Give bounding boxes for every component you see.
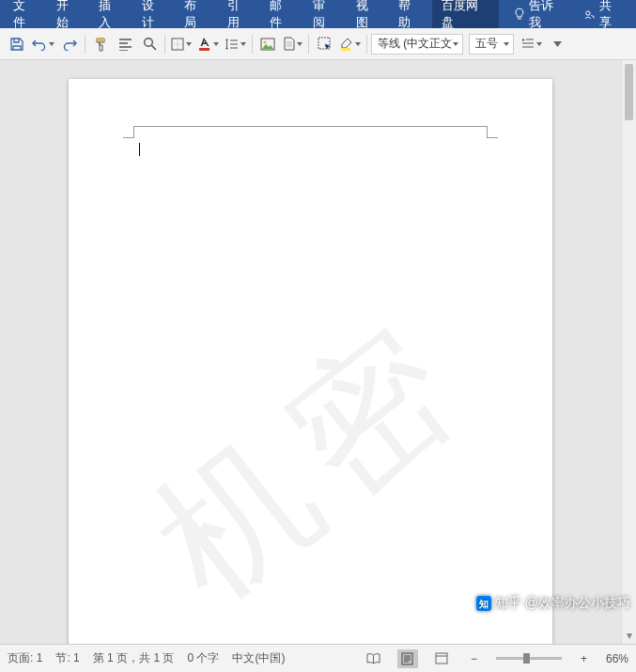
svg-point-0	[586, 10, 590, 14]
menu-help[interactable]: 帮助	[389, 0, 432, 28]
border-icon	[171, 38, 184, 51]
web-view-icon	[435, 652, 448, 664]
font-name-selector[interactable]: 等线 (中文正文)	[371, 34, 463, 55]
svg-point-5	[264, 40, 267, 43]
view-read-mode-button[interactable]	[364, 649, 384, 668]
page-view-icon	[401, 652, 413, 665]
toolbar-overflow-button[interactable]	[546, 32, 568, 56]
highlight-icon	[339, 37, 353, 51]
redo-icon	[62, 38, 77, 51]
document-page[interactable]: 机密	[69, 79, 552, 644]
vertical-scrollbar[interactable]: ▾	[621, 60, 636, 644]
svg-rect-10	[402, 653, 412, 664]
borders-button[interactable]	[169, 32, 194, 56]
workspace: 机密 ▾ 知 知乎 @效率办公小技巧	[0, 60, 636, 644]
menu-bar: 文件 开始 插入 设计 布局 引用 邮件 审阅 视图 帮助 百度网盘 告诉我 共…	[0, 0, 636, 28]
menu-references[interactable]: 引用	[218, 0, 261, 28]
header-boundary	[134, 126, 487, 137]
line-spacing-button[interactable]	[223, 32, 248, 56]
menu-mailings[interactable]: 邮件	[260, 0, 303, 28]
chevron-down-icon	[553, 39, 562, 48]
lightbulb-icon	[514, 8, 525, 21]
watermark-text: 机密	[115, 276, 506, 644]
menu-review[interactable]: 审阅	[303, 0, 347, 28]
book-icon	[366, 652, 380, 664]
quick-toolbar: 等线 (中文正文) 五号	[0, 28, 636, 60]
undo-button[interactable]	[30, 32, 56, 56]
zoom-in-button[interactable]: +	[581, 652, 587, 665]
menu-layout[interactable]: 布局	[175, 0, 218, 28]
zoom-slider-knob[interactable]	[523, 653, 530, 664]
highlight-button[interactable]	[337, 32, 363, 56]
save-button[interactable]	[6, 32, 28, 56]
zoom-slider[interactable]	[496, 657, 562, 660]
view-print-layout-button[interactable]	[397, 649, 418, 668]
menu-insert[interactable]: 插入	[89, 0, 132, 28]
status-bar: 页面: 1 节: 1 第 1 页，共 1 页 0 个字 中文(中国) − + 6…	[0, 644, 636, 672]
find-button[interactable]	[138, 32, 161, 56]
search-icon	[143, 37, 157, 51]
svg-rect-3	[199, 48, 209, 51]
select-objects-button[interactable]	[313, 32, 335, 56]
text-cursor	[139, 143, 140, 156]
view-web-layout-button[interactable]	[431, 649, 452, 668]
paragraph-icon	[521, 38, 535, 50]
format-painter-button[interactable]	[89, 32, 112, 56]
format-painter-icon	[94, 37, 108, 52]
page-setup-button[interactable]	[281, 32, 304, 56]
zoom-value[interactable]: 66%	[606, 652, 628, 665]
save-icon	[9, 37, 24, 52]
status-section[interactable]: 节: 1	[55, 650, 79, 666]
status-word-count[interactable]: 0 个字	[187, 650, 219, 666]
redo-button[interactable]	[58, 32, 81, 56]
status-language[interactable]: 中文(中国)	[232, 650, 285, 666]
menu-tell-me[interactable]: 告诉我	[504, 0, 574, 28]
svg-point-1	[144, 39, 152, 47]
menu-design[interactable]: 设计	[132, 0, 176, 28]
selection-icon	[318, 37, 332, 51]
align-button[interactable]	[114, 32, 136, 56]
align-left-icon	[118, 38, 132, 51]
menu-baidu-netdisk[interactable]: 百度网盘	[432, 0, 499, 28]
menu-file[interactable]: 文件	[4, 0, 47, 28]
scrollbar-thumb[interactable]	[625, 64, 633, 120]
document-area[interactable]: 机密	[0, 60, 621, 644]
menu-share[interactable]: 共享	[574, 0, 632, 28]
font-color-button[interactable]	[195, 32, 221, 56]
share-icon	[583, 8, 596, 21]
page-icon	[283, 37, 295, 51]
menu-home[interactable]: 开始	[47, 0, 90, 28]
status-page-of[interactable]: 第 1 页，共 1 页	[93, 650, 175, 666]
svg-rect-11	[436, 653, 447, 664]
insert-image-button[interactable]	[256, 32, 279, 56]
undo-icon	[32, 38, 47, 51]
paragraph-options-button[interactable]	[520, 32, 544, 56]
line-spacing-icon	[225, 38, 239, 51]
image-icon	[260, 38, 275, 51]
menu-view[interactable]: 视图	[347, 0, 390, 28]
font-size-selector[interactable]: 五号	[469, 34, 514, 55]
font-color-icon	[197, 37, 211, 51]
zoom-out-button[interactable]: −	[471, 652, 477, 665]
svg-rect-7	[341, 48, 350, 51]
status-page[interactable]: 页面: 1	[8, 650, 42, 666]
scroll-down-button[interactable]: ▾	[622, 629, 636, 642]
